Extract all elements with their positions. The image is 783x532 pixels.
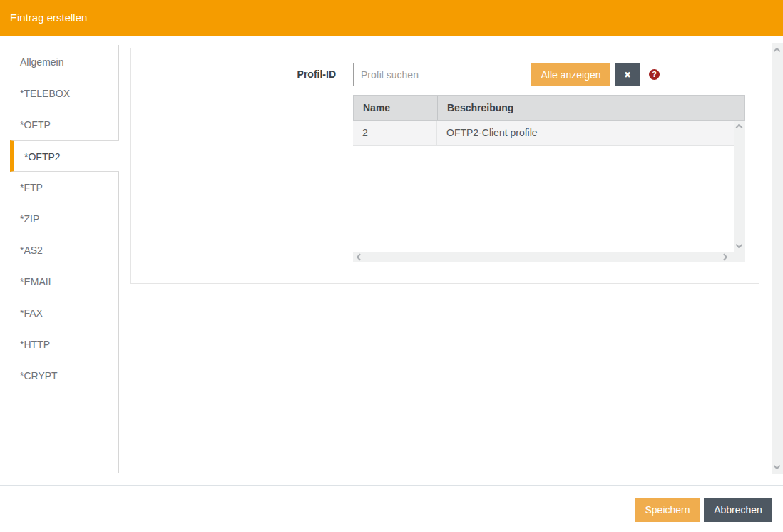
sidebar-item-label: *HTTP: [20, 339, 50, 350]
sidebar-item-label: *OFTP2: [24, 151, 61, 163]
sidebar-item-http[interactable]: *HTTP: [0, 329, 118, 360]
cancel-button[interactable]: Abbrechen: [704, 498, 772, 522]
table-header: Name Beschreibung: [353, 95, 745, 121]
scroll-down-icon[interactable]: [736, 242, 743, 249]
sidebar-item-label: *EMAIL: [20, 276, 53, 287]
table-body: 2 OFTP2-Client profile: [353, 121, 734, 252]
profile-search-input[interactable]: [353, 63, 531, 86]
profile-table: Name Beschreibung 2 OFTP2-Client profile: [353, 95, 745, 262]
content-panel: Profil-ID Alle anzeigen ✖ ? Name Beschre…: [130, 48, 759, 284]
page-vertical-scrollbar[interactable]: [772, 43, 783, 474]
sidebar-item-crypt[interactable]: *CRYPT: [0, 360, 118, 392]
table-vertical-scrollbar[interactable]: [734, 121, 745, 252]
page-scroll-down-icon[interactable]: [774, 463, 781, 470]
sidebar-item-zip[interactable]: *ZIP: [0, 203, 118, 235]
sidebar-item-allgemein[interactable]: Allgemein: [0, 46, 118, 78]
sidebar-item-label: *AS2: [20, 245, 43, 256]
cell-name: 2: [353, 121, 437, 145]
scroll-left-icon[interactable]: [357, 254, 364, 261]
sidebar-item-label: *FTP: [20, 182, 43, 193]
dialog-footer: Speichern Abbrechen: [0, 485, 783, 532]
sidebar-item-label: *TELEBOX: [20, 88, 70, 99]
help-icon[interactable]: ?: [649, 69, 660, 80]
scroll-right-icon[interactable]: [721, 254, 728, 261]
dialog-titlebar: Eintrag erstellen: [0, 0, 783, 36]
sidebar-item-telebox[interactable]: *TELEBOX: [0, 78, 118, 109]
save-button[interactable]: Speichern: [635, 498, 700, 522]
sidebar-item-label: *FAX: [20, 307, 43, 319]
column-header-name[interactable]: Name: [354, 96, 438, 120]
sidebar-item-oftp2[interactable]: *OFTP2: [10, 140, 119, 172]
column-header-description[interactable]: Beschreibung: [438, 96, 744, 120]
scroll-up-icon[interactable]: [736, 124, 743, 131]
sidebar-item-label: *CRYPT: [20, 370, 58, 382]
sidebar-item-label: *OFTP: [20, 119, 51, 131]
page-scroll-up-icon[interactable]: [774, 48, 781, 55]
clear-search-button[interactable]: ✖: [615, 63, 640, 86]
show-all-button[interactable]: Alle anzeigen: [531, 63, 610, 86]
sidebar-nav: Allgemein *TELEBOX *OFTP *OFTP2 *FTP *ZI…: [0, 45, 119, 473]
cell-description: OFTP2-Client profile: [437, 121, 734, 145]
sidebar-item-as2[interactable]: *AS2: [0, 235, 118, 266]
close-icon: ✖: [624, 70, 631, 80]
table-horizontal-scrollbar[interactable]: [353, 252, 745, 262]
sidebar-item-ftp[interactable]: *FTP: [0, 172, 118, 203]
sidebar-item-label: *ZIP: [20, 213, 39, 225]
sidebar-item-email[interactable]: *EMAIL: [0, 266, 118, 297]
table-row[interactable]: 2 OFTP2-Client profile: [353, 121, 734, 146]
profile-id-label: Profil-ID: [131, 63, 336, 86]
sidebar-item-fax[interactable]: *FAX: [0, 297, 118, 329]
sidebar-item-oftp[interactable]: *OFTP: [0, 109, 118, 140]
sidebar-item-label: Allgemein: [20, 56, 63, 68]
dialog-title: Eintrag erstellen: [10, 0, 87, 36]
